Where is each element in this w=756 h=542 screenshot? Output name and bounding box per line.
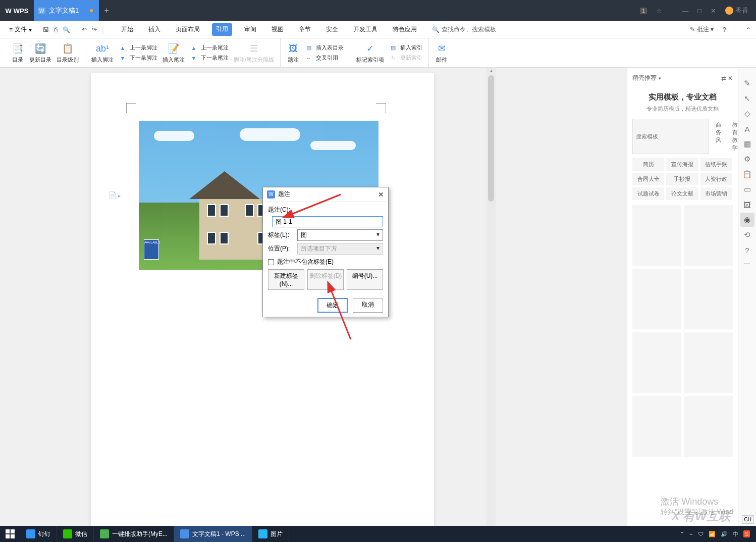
undo-icon[interactable]: ↶ [82, 26, 87, 33]
tray-network-icon[interactable]: 📶 [709, 531, 716, 537]
template-thumb[interactable] [684, 205, 733, 266]
print-icon[interactable]: ⎙ [54, 26, 58, 33]
help-icon[interactable]: ? [723, 26, 726, 33]
language-indicator[interactable]: CH [742, 515, 754, 524]
taskbar-item-dingtalk[interactable]: 钉钉 [20, 526, 57, 542]
collapse-ribbon-icon[interactable]: ⌃ [746, 26, 751, 33]
panel-close-icon[interactable]: ✕ [728, 75, 733, 82]
dialog-close-button[interactable]: ✕ [378, 190, 384, 199]
tray-shield-icon[interactable]: 🛡 [698, 531, 704, 537]
system-tray[interactable]: ⌃ ⌁ 🛡 📶 🔊 中 S [674, 530, 756, 538]
template-thumb[interactable] [632, 396, 681, 457]
prev-footnote-button[interactable]: ▲上一条脚注 [119, 44, 157, 52]
dock-clipboard-icon[interactable]: 📋 [740, 167, 754, 181]
template-thumb[interactable] [684, 269, 733, 329]
save-icon[interactable]: 🖫 [43, 26, 49, 33]
exclude-label-checkbox[interactable]: 题注中不包含标签(E) [268, 258, 383, 266]
tab-reference[interactable]: 引用 [212, 23, 232, 36]
cat-handcopy[interactable]: 手抄报 [666, 173, 698, 185]
tray-chevron-icon[interactable]: ⌃ [680, 531, 684, 537]
cross-ref-button[interactable]: ↔交叉引用 [305, 54, 344, 62]
tab-special[interactable]: 特色应用 [390, 23, 420, 36]
cat-marketing[interactable]: 市场营销 [700, 187, 732, 200]
mail-button[interactable]: ✉邮件 [435, 42, 448, 64]
modified-dot [90, 9, 93, 12]
cat-exam[interactable]: 试题试卷 [632, 187, 664, 200]
dock-link-icon[interactable]: ⟲ [740, 228, 754, 242]
tab-chapter[interactable]: 章节 [296, 23, 314, 36]
filter-education[interactable]: 教育教学 [728, 119, 742, 154]
insert-tof-button[interactable]: ▤插入表目录 [305, 44, 344, 52]
annotate-button[interactable]: ✎ 批注 ▾ [690, 25, 714, 34]
template-thumb[interactable] [684, 396, 733, 457]
taskbar-item-wps[interactable]: 文字文稿1 - WPS ... [174, 526, 252, 542]
tab-page-layout[interactable]: 页面布局 [173, 23, 203, 36]
tab-review[interactable]: 审阅 [241, 23, 259, 36]
filter-business[interactable]: 商务风 [711, 119, 726, 154]
cat-poster[interactable]: 宣传海报 [666, 158, 698, 171]
taskbar-item-wechat[interactable]: 微信 [57, 526, 94, 542]
notification-badge[interactable]: 1 [640, 8, 647, 14]
prev-endnote-button[interactable]: ▲上一条尾注 [190, 44, 229, 52]
insert-index-button[interactable]: ▤插入索引 [389, 44, 422, 52]
dock-template-icon[interactable]: ◉ [740, 213, 754, 227]
dock-settings-icon[interactable]: ⚙ [740, 152, 754, 166]
add-tab-button[interactable]: + [99, 6, 114, 15]
tray-bluetooth-icon[interactable]: ⌁ [689, 531, 693, 537]
user-account[interactable]: 香香 [725, 6, 748, 15]
taskbar-item-typeset[interactable]: 一键排版助手(MyE... [94, 526, 174, 542]
next-endnote-button[interactable]: ▼下一条尾注 [190, 54, 229, 62]
tray-sogou-icon[interactable]: S [743, 530, 750, 537]
tab-insert[interactable]: 插入 [145, 23, 164, 36]
doc-tab[interactable]: 文字文稿1 [34, 0, 99, 21]
insert-footnote-button[interactable]: ab¹插入脚注 [91, 42, 114, 64]
file-menu[interactable]: ≡ 文件 ▾ [5, 23, 36, 36]
panel-title[interactable]: 稻壳推荐 [632, 74, 661, 82]
redo-icon[interactable]: ↷ [92, 26, 97, 33]
mark-index-button[interactable]: ✓标记索引项 [356, 42, 384, 64]
dock-help-icon[interactable]: ? [740, 243, 754, 257]
label-select[interactable]: 图 [297, 229, 383, 241]
preview-icon[interactable]: 🔍 [63, 26, 70, 33]
template-thumb[interactable] [684, 332, 733, 393]
scroll-up-icon[interactable]: ▴ [487, 68, 496, 75]
tab-start[interactable]: 开始 [118, 23, 136, 36]
dock-layout-icon[interactable]: ▭ [740, 182, 754, 196]
panel-menu-icon[interactable]: ⇄ [721, 75, 726, 82]
caption-button[interactable]: 🖼题注 [287, 42, 300, 64]
scroll-thumb[interactable] [488, 75, 494, 202]
tab-dev-tools[interactable]: 开发工具 [350, 23, 381, 36]
toc-level-button[interactable]: 📋目录级别 [57, 42, 79, 64]
insert-endnote-button[interactable]: 📝插入尾注 [163, 42, 185, 64]
close-window-icon[interactable]: ✕ [711, 7, 716, 15]
cat-resume[interactable]: 简历 [632, 158, 664, 171]
toc-button[interactable]: 📑目录 [11, 42, 24, 64]
cat-paper[interactable]: 论文文献 [666, 187, 698, 200]
next-footnote-button[interactable]: ▼下一条脚注 [119, 54, 157, 62]
vertical-scrollbar[interactable]: ▴ ▾ [487, 68, 496, 542]
minimize-icon[interactable]: — [682, 7, 688, 15]
dock-image-icon[interactable]: 🖼 [740, 198, 754, 212]
tab-view[interactable]: 视图 [268, 23, 287, 36]
favorites-icon[interactable]: ☆ [656, 7, 662, 15]
template-thumb[interactable] [632, 205, 681, 266]
cat-contract[interactable]: 合同大全 [632, 173, 664, 185]
search-command[interactable]: 🔍查找命令、搜索模板 [432, 25, 496, 34]
tray-volume-icon[interactable]: 🔊 [721, 531, 728, 537]
template-thumb[interactable] [632, 269, 681, 329]
dock-select-icon[interactable]: ↖ [740, 91, 754, 106]
dock-pen-icon[interactable]: ✎ [740, 76, 754, 90]
maximize-icon[interactable]: □ [697, 7, 701, 15]
new-label-button[interactable]: 新建标签(N)... [268, 269, 304, 290]
dock-more-icon[interactable]: ⋯ [744, 260, 751, 267]
tray-ime-icon[interactable]: 中 [733, 530, 738, 538]
cat-hr[interactable]: 人资行政 [700, 173, 732, 185]
cat-letter[interactable]: 信纸手账 [700, 158, 732, 171]
taskbar-item-image[interactable]: 图片 [252, 526, 289, 542]
start-button[interactable] [0, 526, 20, 542]
wps-logo[interactable]: WWPS [0, 7, 34, 15]
update-toc-button[interactable]: 🔄更新目录 [29, 42, 51, 64]
template-thumb[interactable] [632, 332, 681, 393]
template-search-input[interactable] [632, 119, 709, 154]
tab-security[interactable]: 安全 [323, 23, 341, 36]
